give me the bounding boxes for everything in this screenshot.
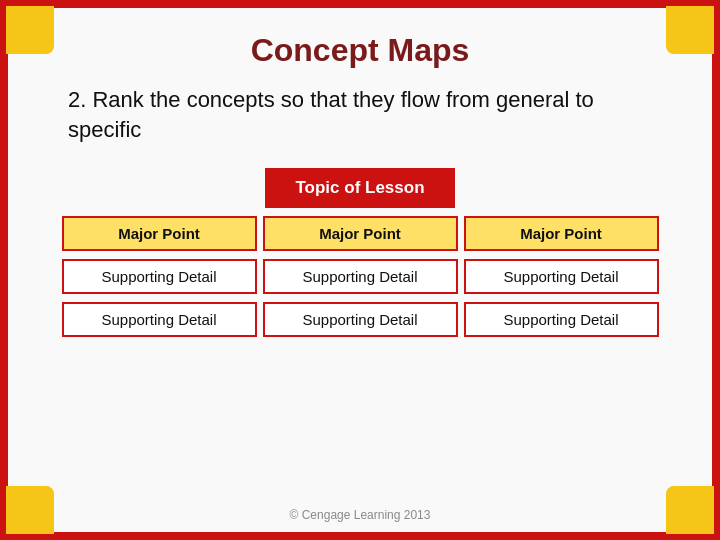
support-1-2: Supporting Detail <box>62 302 257 337</box>
major-points-row: Major Point Major Point Major Point <box>48 216 672 251</box>
major-point-2: Major Point <box>263 216 458 251</box>
major-point-3: Major Point <box>464 216 659 251</box>
support-2-1: Supporting Detail <box>263 259 458 294</box>
major-point-1: Major Point <box>62 216 257 251</box>
page-title: Concept Maps <box>251 32 470 69</box>
corner-tl <box>6 6 54 54</box>
slide: Concept Maps 2. Rank the concepts so tha… <box>0 0 720 540</box>
support-2-2: Supporting Detail <box>263 302 458 337</box>
subtitle-text: 2. Rank the concepts so that they flow f… <box>48 85 672 144</box>
corner-tr <box>666 6 714 54</box>
support-3-2: Supporting Detail <box>464 302 659 337</box>
supporting-detail-row-2: Supporting Detail Supporting Detail Supp… <box>48 302 672 337</box>
support-3-1: Supporting Detail <box>464 259 659 294</box>
topic-row: Topic of Lesson <box>48 168 672 208</box>
supporting-detail-row-1: Supporting Detail Supporting Detail Supp… <box>48 259 672 294</box>
concept-map-diagram: Topic of Lesson Major Point Major Point … <box>48 168 672 337</box>
support-1-1: Supporting Detail <box>62 259 257 294</box>
footer: © Cengage Learning 2013 <box>8 508 712 522</box>
topic-box: Topic of Lesson <box>265 168 454 208</box>
